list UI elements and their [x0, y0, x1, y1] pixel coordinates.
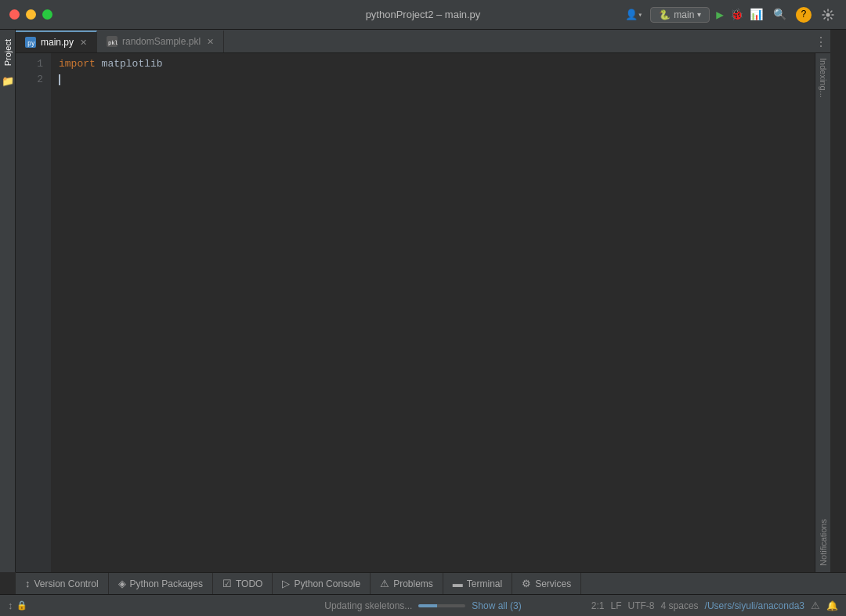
profile-button[interactable]: 📊 — [750, 8, 763, 21]
tab-version-control[interactable]: ↕ Version Control — [16, 573, 109, 595]
settings-icon — [822, 9, 834, 21]
python-file-icon: py — [25, 37, 36, 48]
line-numbers: 1 2 — [16, 53, 51, 572]
bottom-tabs-bar: ↕ Version Control ◈ Python Packages ☑ TO… — [16, 572, 846, 594]
svg-point-0 — [826, 13, 830, 16]
svg-text:pkl: pkl — [108, 40, 118, 46]
tab-random-sample[interactable]: pkl randomSample.pkl ✕ — [97, 31, 224, 52]
python-packages-icon: ◈ — [118, 578, 126, 589]
tab-random-sample-label: randomSample.pkl — [122, 36, 201, 47]
title-bar: pythonProject2 – main.py 👤▾ 🐍 main ▾ ▶ 🐞… — [0, 0, 846, 30]
code-line-2 — [59, 72, 815, 88]
version-control-icon: ↕ — [25, 578, 31, 589]
debug-button[interactable]: 🐞 — [730, 8, 743, 21]
tab-main-py-label: main.py — [41, 37, 74, 48]
module-name: matplotlib — [96, 56, 163, 72]
run-config-dropdown[interactable]: 🐍 main ▾ — [650, 7, 710, 23]
progress-fill — [418, 604, 437, 607]
encoding[interactable]: UTF-8 — [628, 600, 655, 611]
tab-terminal-label: Terminal — [467, 578, 502, 589]
settings-button[interactable] — [818, 5, 838, 25]
tab-todo-label: TODO — [236, 578, 262, 589]
todo-icon: ☑ — [222, 578, 232, 589]
interpreter-path[interactable]: /Users/siyuli/anaconda3 — [705, 600, 804, 611]
tab-services[interactable]: ⚙ Services — [512, 573, 581, 595]
tab-todo[interactable]: ☑ TODO — [213, 573, 273, 595]
close-button[interactable] — [9, 9, 20, 20]
search-button[interactable]: 🔍 — [769, 5, 790, 25]
tab-random-sample-close[interactable]: ✕ — [207, 37, 214, 47]
problems-icon: ⚠ — [380, 578, 389, 589]
help-button[interactable]: ? — [796, 7, 812, 23]
svg-text:py: py — [27, 40, 35, 47]
line-number-2: 2 — [16, 72, 43, 88]
progress-bar — [418, 604, 465, 607]
tab-services-label: Services — [535, 578, 571, 589]
editor-tabs: py main.py ✕ pkl randomSample.pkl ✕ ⋮ — [16, 30, 830, 53]
text-cursor — [59, 74, 60, 85]
window-controls — [9, 9, 52, 20]
lock-icon: 🔒 — [16, 600, 27, 611]
line-separator[interactable]: LF — [611, 600, 622, 611]
status-bar: ↕ 🔒 Updating skeletons... Show all (3) 2… — [0, 594, 846, 616]
tab-python-packages[interactable]: ◈ Python Packages — [109, 573, 213, 595]
keyword-import: import — [59, 56, 96, 72]
window-title: pythonProject2 – main.py — [366, 9, 481, 20]
notification-bell[interactable]: 🔔 — [826, 600, 838, 611]
cursor-position[interactable]: 2:1 — [591, 600, 605, 611]
sidebar-item-project[interactable]: Project — [2, 33, 14, 72]
code-line-1: import matplotlib — [59, 56, 815, 72]
tab-main-py[interactable]: py main.py ✕ — [16, 31, 97, 52]
python-console-icon: ▷ — [282, 578, 290, 589]
terminal-icon: ▬ — [453, 578, 463, 589]
tabs-overflow-button[interactable]: ⋮ — [815, 34, 827, 50]
minimize-button[interactable] — [26, 9, 36, 20]
notifications-label[interactable]: Notifications — [819, 519, 828, 566]
status-left: ↕ 🔒 — [8, 600, 281, 611]
warning-status: ⚠ — [811, 600, 820, 611]
tab-problems[interactable]: ⚠ Problems — [371, 573, 443, 595]
tab-main-py-close[interactable]: ✕ — [80, 38, 87, 48]
tab-python-packages-label: Python Packages — [130, 578, 203, 589]
tab-version-control-label: Version Control — [34, 578, 99, 589]
git-icon: ↕ — [8, 600, 13, 611]
left-vertical-sidebar: Project 📁 — [0, 30, 16, 572]
tab-python-console-label: Python Console — [294, 578, 360, 589]
run-button[interactable]: ▶ — [716, 7, 724, 23]
services-icon: ⚙ — [522, 578, 531, 589]
tab-problems-label: Problems — [393, 578, 433, 589]
show-all-link[interactable]: Show all (3) — [472, 600, 521, 611]
line-number-1: 1 — [16, 56, 43, 72]
status-right: 2:1 LF UTF-8 4 spaces /Users/siyuli/anac… — [565, 600, 838, 611]
run-config-label: main — [674, 9, 694, 20]
pkl-file-icon: pkl — [107, 36, 118, 47]
tab-python-console[interactable]: ▷ Python Console — [273, 573, 371, 595]
maximize-button[interactable] — [42, 9, 52, 20]
status-center: Updating skeletons... Show all (3) — [286, 600, 559, 611]
toolbar-right: 👤▾ 🐍 main ▾ ▶ 🐞 📊 🔍 ? — [624, 5, 838, 25]
indexing-status: Indexing... — [819, 58, 828, 98]
indent[interactable]: 4 spaces — [661, 600, 699, 611]
editor-body: 1 2 import matplotlib Indexing... Notifi… — [16, 53, 830, 572]
folder-icon: 📁 — [2, 75, 14, 88]
updating-text: Updating skeletons... — [324, 600, 412, 611]
editor-frame: Project 📁 py main.py ✕ pkl randomSample.… — [0, 30, 846, 594]
right-side-panel: Indexing... Notifications — [815, 53, 830, 572]
vcs-button[interactable]: 👤▾ — [624, 5, 644, 25]
tab-terminal[interactable]: ▬ Terminal — [443, 573, 512, 595]
code-editor[interactable]: import matplotlib — [51, 53, 815, 572]
